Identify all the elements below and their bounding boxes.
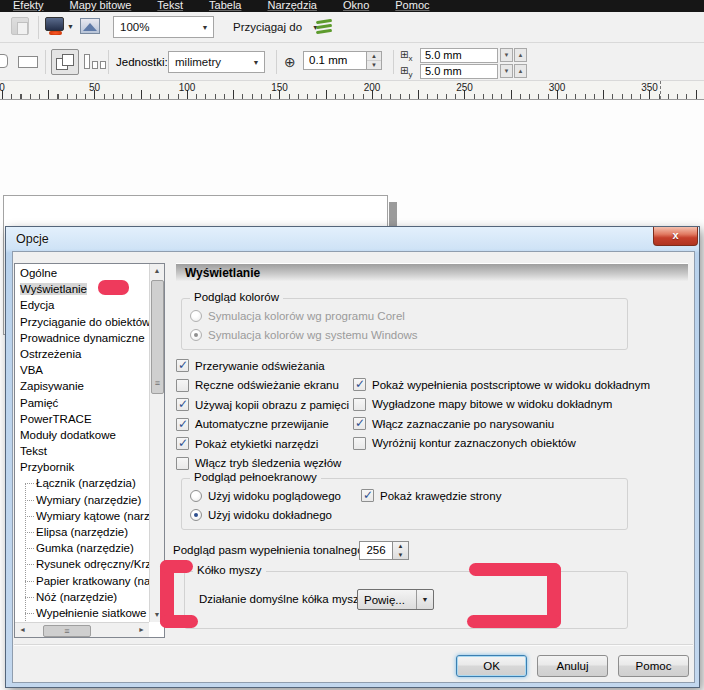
nudge-value[interactable]: 0.1 mm <box>303 51 367 70</box>
duplicate-x-field[interactable]: 5.0 mm <box>420 48 498 63</box>
checkbox-icon[interactable] <box>176 437 189 450</box>
checkbox-icon[interactable] <box>176 359 189 372</box>
checkbox-row[interactable]: Włącz zaznaczanie po narysowaniu <box>353 414 650 434</box>
dup-y-down-icon[interactable]: ▼ <box>500 64 513 78</box>
radio-selected-icon[interactable] <box>190 329 202 341</box>
spin-up-icon[interactable]: ▲ <box>367 52 381 61</box>
tree-item[interactable]: Wymiary (narzędzie) <box>16 492 149 508</box>
checkbox-icon[interactable] <box>353 437 366 450</box>
paste-icon[interactable] <box>11 17 29 35</box>
checkbox-icon[interactable] <box>353 398 366 411</box>
tree-item[interactable]: Przybornik <box>16 459 149 475</box>
scroll-left-icon[interactable]: ◄ <box>15 623 30 637</box>
tonal-spinner[interactable]: ▲ ▼ <box>393 541 409 560</box>
checkbox-icon[interactable] <box>361 489 374 502</box>
tree-horizontal-scrollbar[interactable]: ◄ ≡ ► <box>15 622 149 637</box>
checkbox-icon[interactable] <box>353 378 366 391</box>
tree-item[interactable]: Nóż (narzędzie) <box>16 589 149 605</box>
radio-icon[interactable] <box>190 490 202 502</box>
bitmap-icon[interactable] <box>80 18 100 34</box>
radio-row[interactable]: Symulacja kolorów wg programu Corel <box>190 306 627 326</box>
tree-item[interactable]: Moduły dodatkowe <box>16 427 149 443</box>
checkbox-row[interactable]: Ręczne odświeżanie ekranu <box>176 376 349 396</box>
menu-item[interactable]: Efekty <box>0 0 57 12</box>
close-icon[interactable]: x <box>653 227 698 246</box>
menu-item[interactable]: Pomoc <box>382 0 442 12</box>
rounded-rect-icon[interactable] <box>0 54 8 68</box>
dup-y-up-icon[interactable]: ▲ <box>514 64 527 78</box>
scroll-right-icon[interactable]: ► <box>134 623 149 637</box>
scrollbar-thumb[interactable]: ≡ <box>151 280 164 394</box>
scrollbar-thumb[interactable]: ≡ <box>43 625 91 637</box>
tree-item[interactable]: Wypełnienie siatkowe ( <box>16 605 149 621</box>
pages-same-size-icon[interactable] <box>51 49 79 75</box>
tree-item[interactable]: Przyciąganie do obiektów <box>16 314 149 330</box>
tree-item[interactable]: PowerTRACE <box>16 411 149 427</box>
horizontal-ruler[interactable]: 050100150200250300350 <box>0 81 704 100</box>
checkbox-icon[interactable] <box>176 398 189 411</box>
tree-item[interactable]: Tekst <box>16 443 149 459</box>
checkbox-row[interactable]: Wygładzone mapy bitowe w widoku dokładny… <box>353 395 650 415</box>
tree-item[interactable]: VBA <box>16 362 149 378</box>
radio-row[interactable]: Symulacja kolorów wg systemu Windows <box>190 326 627 346</box>
radio-row[interactable]: Użyj widoku poglądowego Pokaż krawędzie … <box>190 486 627 506</box>
checkbox-row[interactable]: Przerywanie odświeżania <box>176 356 349 376</box>
page-landscape-icon[interactable] <box>18 56 38 68</box>
chevron-down-icon[interactable]: ▼ <box>197 24 213 31</box>
checkbox-icon[interactable] <box>353 417 366 430</box>
chevron-down-icon[interactable]: ▼ <box>416 590 433 609</box>
tree-item[interactable]: Rysunek odręczny/Krzy <box>16 556 149 572</box>
scroll-up-icon[interactable]: ▲ <box>150 264 164 278</box>
checkbox-row[interactable]: Automatyczne przewijanie <box>176 415 349 435</box>
menu-item[interactable]: Okno <box>330 0 382 12</box>
layout-icon[interactable] <box>84 54 106 70</box>
options-category-tree[interactable]: Ogólne Wyświetlanie Edycja Przyciąganie … <box>14 263 165 638</box>
dialog-button[interactable]: OK <box>456 655 527 677</box>
snap-to-dropdown[interactable]: Przyciągaj do ▼ <box>233 16 319 38</box>
menu-item[interactable]: Tekst <box>144 0 196 12</box>
tree-item[interactable]: Gumka (narzędzie) <box>16 540 149 556</box>
dialog-button[interactable]: Anuluj <box>537 655 608 677</box>
checkbox-row[interactable]: Pokaż etykietki narzędzi <box>176 434 349 454</box>
units-combo[interactable]: milimetry ▼ <box>168 51 265 73</box>
spin-down-icon[interactable]: ▼ <box>367 61 381 69</box>
menu-item[interactable]: Narzędzia <box>254 0 330 12</box>
wheel-action-combo[interactable]: Powię... ▼ <box>357 589 434 610</box>
spinner-buttons[interactable]: ▲ ▼ <box>367 51 382 70</box>
display-mode-dropdown-icon[interactable]: ▼ <box>67 23 74 30</box>
checkbox-row[interactable]: Wyróżnij kontur zaznaczonych obiektów <box>353 434 650 454</box>
tree-item[interactable]: Prowadnice dynamiczne <box>16 330 149 346</box>
checkbox-icon[interactable] <box>176 457 189 470</box>
tree-item[interactable]: Łącznik (narzędzia) <box>16 475 149 491</box>
display-mode-icon[interactable] <box>45 17 64 31</box>
dialog-button[interactable]: Pomoc <box>618 655 689 677</box>
spin-down-icon[interactable]: ▼ <box>393 551 408 560</box>
tree-item[interactable]: Zapisywanie <box>16 378 149 394</box>
nudge-spinner[interactable]: 0.1 mm ▲ ▼ <box>303 51 382 70</box>
menu-item[interactable]: Tabela <box>196 0 254 12</box>
zoom-level-combo[interactable]: 100% ▼ <box>113 16 214 38</box>
menu-item[interactable]: Mapy bitowe <box>57 0 145 12</box>
checkbox-row[interactable]: Używaj kopii obrazu z pamięci <box>176 395 349 415</box>
tree-item[interactable]: Wyświetlanie <box>16 281 149 297</box>
duplicate-y-field[interactable]: 5.0 mm <box>420 64 498 79</box>
radio-selected-icon[interactable] <box>190 509 202 521</box>
tree-item[interactable]: Pamięć <box>16 395 149 411</box>
tree-item[interactable]: Papier kratkowany (nar <box>16 573 149 589</box>
tree-item[interactable]: Wymiary kątowe (narzę <box>16 508 149 524</box>
dup-x-down-icon[interactable]: ▼ <box>500 48 513 62</box>
radio-icon[interactable] <box>190 310 202 322</box>
chevron-down-icon[interactable]: ▼ <box>248 59 264 66</box>
radio-row[interactable]: Użyj widoku dokładnego <box>190 506 627 526</box>
checkbox-icon[interactable] <box>176 379 189 392</box>
spin-up-icon[interactable]: ▲ <box>393 542 408 551</box>
tree-item[interactable]: Elipsa (narzędzie) <box>16 524 149 540</box>
tree-item[interactable]: Ostrzeżenia <box>16 346 149 362</box>
checkbox-row[interactable]: Pokaż wypełnienia postscriptowe w widoku… <box>353 375 650 395</box>
options-launcher-icon[interactable] <box>316 18 334 36</box>
tree-item[interactable]: Ogólne <box>16 265 149 281</box>
tree-item[interactable]: Edycja <box>16 297 149 313</box>
tonal-preview-value[interactable]: 256 <box>359 541 393 560</box>
checkbox-icon[interactable] <box>176 418 189 431</box>
dup-x-up-icon[interactable]: ▲ <box>514 48 527 62</box>
